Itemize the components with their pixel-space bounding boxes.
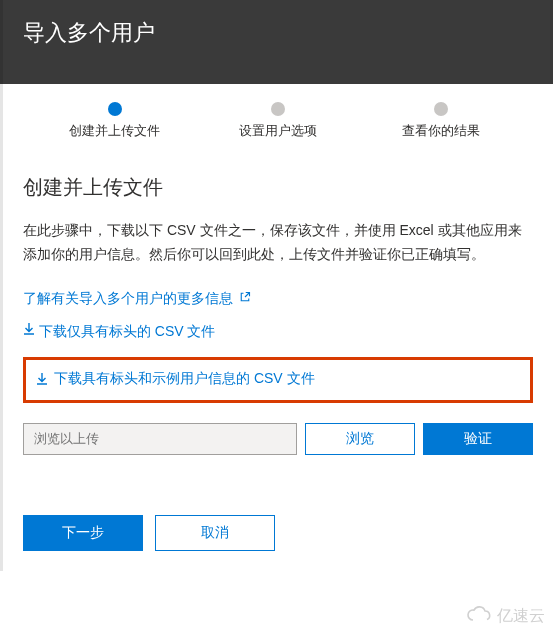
page-header: 导入多个用户 [0, 0, 553, 84]
step-set-options: 设置用户选项 [196, 102, 359, 140]
link-text: 了解有关导入多个用户的更多信息 [23, 290, 233, 308]
verify-button[interactable]: 验证 [423, 423, 533, 455]
section-title: 创建并上传文件 [23, 174, 533, 201]
content-area: 创建并上传文件 在此步骤中，下载以下 CSV 文件之一，保存该文件，并使用 Ex… [0, 150, 553, 515]
file-path-input[interactable] [23, 423, 297, 455]
step-label: 查看你的结果 [360, 122, 523, 140]
cloud-icon [465, 605, 493, 627]
step-label: 设置用户选项 [196, 122, 359, 140]
step-dot-icon [434, 102, 448, 116]
cancel-button[interactable]: 取消 [155, 515, 275, 551]
step-view-results: 查看你的结果 [360, 102, 523, 140]
external-link-icon [239, 291, 251, 306]
footer-buttons: 下一步 取消 [0, 515, 553, 571]
watermark: 亿速云 [465, 605, 545, 627]
browse-button[interactable]: 浏览 [305, 423, 415, 455]
download-sample-link[interactable]: 下载具有标头和示例用户信息的 CSV 文件 [36, 370, 315, 388]
next-button[interactable]: 下一步 [23, 515, 143, 551]
step-label: 创建并上传文件 [33, 122, 196, 140]
download-headers-link[interactable]: 下载仅具有标头的 CSV 文件 [23, 322, 533, 341]
step-dot-icon [271, 102, 285, 116]
watermark-text: 亿速云 [497, 606, 545, 627]
page-title: 导入多个用户 [23, 18, 533, 48]
section-description: 在此步骤中，下载以下 CSV 文件之一，保存该文件，并使用 Excel 或其他应… [23, 219, 533, 267]
step-dot-icon [108, 102, 122, 116]
learn-more-link[interactable]: 了解有关导入多个用户的更多信息 [23, 290, 251, 308]
file-upload-row: 浏览 验证 [23, 423, 533, 455]
wizard-stepper: 创建并上传文件 设置用户选项 查看你的结果 [0, 84, 553, 150]
step-create-upload: 创建并上传文件 [33, 102, 196, 140]
highlighted-download-box: 下载具有标头和示例用户信息的 CSV 文件 [23, 357, 533, 403]
download-icon [23, 322, 35, 336]
download-icon [36, 372, 48, 386]
link-text: 下载仅具有标头的 CSV 文件 [39, 323, 216, 339]
link-text: 下载具有标头和示例用户信息的 CSV 文件 [54, 370, 315, 388]
